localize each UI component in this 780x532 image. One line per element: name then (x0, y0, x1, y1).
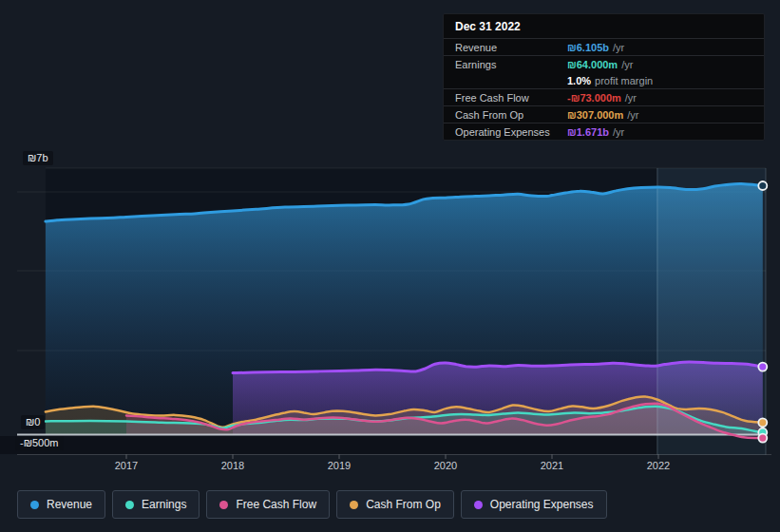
legend-item-cash-from-op[interactable]: Cash From Op (336, 490, 454, 519)
y-axis-label: ₪7b (23, 151, 53, 165)
chart-tooltip: Dec 31 2022 Revenue ₪6.105b /yr Earnings… (443, 13, 765, 141)
cash-from-op-end-marker (758, 418, 767, 427)
tooltip-label-cash-from-op: Cash From Op (455, 109, 567, 121)
legend-dot-icon (350, 501, 358, 509)
tooltip-row-earnings: Earnings ₪64.000m /yr (444, 56, 764, 72)
tooltip-unit-earnings: /yr (621, 59, 633, 70)
tooltip-row-revenue: Revenue ₪6.105b /yr (444, 39, 764, 56)
tooltip-value-operating-expenses: ₪1.671b (567, 126, 609, 138)
x-axis-label-2021: 2021 (531, 460, 573, 471)
legend-label: Free Cash Flow (236, 498, 316, 511)
legend-dot-icon (219, 501, 228, 509)
legend-dot-icon (30, 501, 39, 509)
tooltip-profit-margin-value: 1.0% (567, 75, 591, 86)
tooltip-date: Dec 31 2022 (444, 14, 764, 39)
x-axis-label-2018: 2018 (212, 460, 254, 471)
legend-item-operating-expenses[interactable]: Operating Expenses (461, 490, 607, 519)
legend-dot-icon (125, 501, 134, 509)
legend-item-earnings[interactable]: Earnings (112, 490, 200, 519)
chart-legend: RevenueEarningsFree Cash FlowCash From O… (17, 490, 607, 519)
tooltip-row-operating-expenses: Operating Expenses ₪1.671b /yr (444, 124, 764, 140)
legend-item-free-cash-flow[interactable]: Free Cash Flow (206, 490, 330, 519)
x-axis-label-2017: 2017 (105, 460, 147, 471)
operating-expenses-end-marker (758, 363, 767, 371)
x-axis-label-2019: 2019 (318, 460, 360, 471)
free-cash-flow-end-marker (758, 434, 767, 443)
tooltip-value-cash-from-op: ₪307.000m (567, 109, 623, 121)
selected-period-band (657, 168, 766, 455)
tooltip-value-earnings: ₪64.000m (567, 59, 618, 70)
y-axis-label: ₪0 (21, 415, 45, 429)
tooltip-profit-margin-text: profit margin (595, 75, 653, 86)
legend-label: Cash From Op (366, 498, 441, 511)
legend-label: Revenue (47, 498, 92, 511)
tooltip-row-cash-from-op: Cash From Op ₪307.000m /yr (444, 106, 764, 124)
tooltip-unit-revenue: /yr (613, 42, 624, 53)
legend-item-revenue[interactable]: Revenue (17, 490, 105, 519)
tooltip-row-free-cash-flow: Free Cash Flow -₪73.000m /yr (444, 89, 764, 106)
tooltip-value-free-cash-flow: -₪73.000m (567, 92, 621, 104)
tooltip-label-operating-expenses: Operating Expenses (455, 126, 567, 138)
legend-label: Operating Expenses (490, 498, 594, 511)
tooltip-unit-free-cash-flow: /yr (625, 92, 637, 104)
revenue-end-marker (758, 181, 767, 190)
legend-dot-icon (474, 501, 483, 509)
legend-label: Earnings (142, 498, 186, 511)
x-axis-label-2020: 2020 (425, 460, 466, 471)
x-axis-label-2022: 2022 (637, 460, 679, 471)
y-axis-label: -₪500m (15, 436, 64, 450)
tooltip-label-revenue: Revenue (455, 42, 567, 53)
tooltip-label-earnings: Earnings (455, 59, 567, 70)
tooltip-row-profit-margin: 1.0% profit margin (444, 72, 764, 89)
tooltip-unit-operating-expenses: /yr (613, 126, 624, 138)
negative-strip (0, 436, 766, 454)
tooltip-value-revenue: ₪6.105b (567, 42, 609, 53)
tooltip-unit-cash-from-op: /yr (627, 109, 638, 121)
tooltip-label-free-cash-flow: Free Cash Flow (455, 92, 567, 104)
financials-chart-page: ₪7b₪0-₪500m 201720182019202020212022 Dec… (0, 0, 780, 532)
